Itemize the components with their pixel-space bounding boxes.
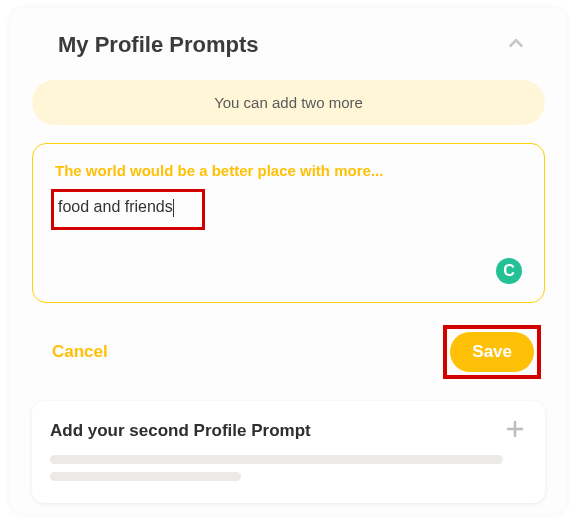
prompt-answer-input[interactable]: food and friends [58, 196, 173, 217]
collapse-icon[interactable] [505, 32, 527, 58]
grammar-check-icon[interactable]: C [496, 258, 522, 284]
highlight-input-annotation: food and friends [51, 189, 205, 230]
grammar-badge-letter: C [503, 262, 515, 280]
action-row: Cancel Save [32, 325, 545, 379]
profile-prompts-card: My Profile Prompts You can add two more … [10, 8, 567, 514]
add-prompt-title: Add your second Profile Prompt [50, 421, 311, 441]
add-prompt-card[interactable]: Add your second Profile Prompt [32, 401, 545, 503]
section-header: My Profile Prompts [32, 32, 545, 58]
prompt-editor: The world would be a better place with m… [32, 143, 545, 303]
text-caret [173, 199, 174, 217]
placeholder-line [50, 472, 241, 481]
cancel-button[interactable]: Cancel [52, 342, 108, 362]
add-prompt-header: Add your second Profile Prompt [50, 417, 527, 445]
info-banner: You can add two more [32, 80, 545, 125]
plus-icon[interactable] [503, 417, 527, 445]
placeholder-line [50, 455, 503, 464]
prompt-label: The world would be a better place with m… [55, 162, 522, 179]
section-title: My Profile Prompts [58, 32, 258, 58]
highlight-save-annotation: Save [443, 325, 541, 379]
info-banner-text: You can add two more [214, 94, 363, 111]
save-button[interactable]: Save [450, 332, 534, 372]
